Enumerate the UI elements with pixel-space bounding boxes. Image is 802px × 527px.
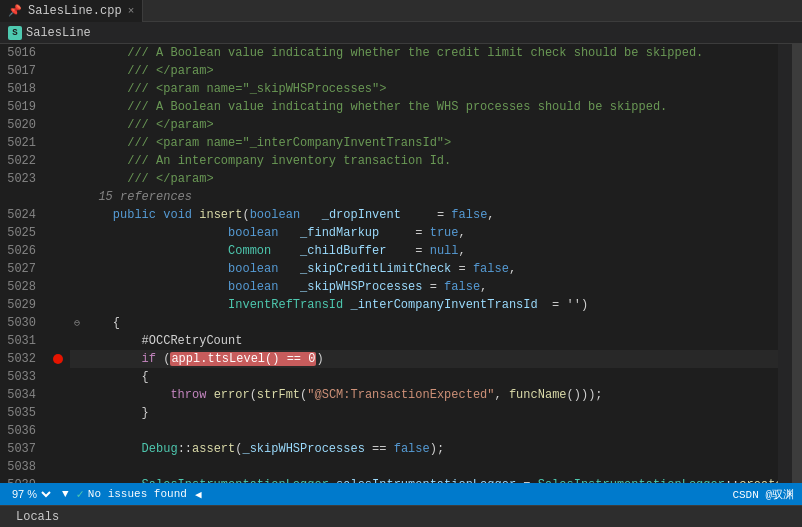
breakpoint-icon[interactable] xyxy=(53,354,63,364)
gutter-row xyxy=(50,440,66,458)
title-bar: 📌 SalesLine.cpp × xyxy=(0,0,802,22)
line-number: 5033 xyxy=(4,368,42,386)
class-icon: S xyxy=(8,26,22,40)
kw-token: false xyxy=(473,262,509,276)
plain-token xyxy=(300,208,322,222)
code-line: { xyxy=(70,368,778,386)
indent xyxy=(84,370,142,384)
line-number: 5018 xyxy=(4,80,42,98)
gutter-row xyxy=(50,350,66,368)
gutter-row xyxy=(50,332,66,350)
gutter-row xyxy=(50,44,66,62)
gutter-row xyxy=(50,134,66,152)
code-line: InventRefTransId _interCompanyInventTran… xyxy=(70,296,778,314)
status-check: ✓ No issues found xyxy=(77,487,187,502)
line-number: 5038 xyxy=(4,458,42,476)
csdn-text: CSDN @驭渊 xyxy=(732,487,794,502)
param-name-token: _skipCreditLimitCheck xyxy=(300,262,451,276)
code-tokens: #OCCRetryCount xyxy=(142,334,243,348)
kw-token: boolean xyxy=(228,226,278,240)
code-line: Common _childBuffer = null, xyxy=(70,242,778,260)
plain-token: == xyxy=(365,442,394,456)
indent xyxy=(84,262,228,276)
code-tokens: /// An intercompany inventory transactio… xyxy=(127,154,451,168)
code-tokens: if (appl.ttsLevel() == 0) xyxy=(142,352,324,366)
code-line: /// </param> xyxy=(70,62,778,80)
plain-token: = '') xyxy=(538,298,588,312)
plain-token: , xyxy=(459,244,466,258)
breadcrumb: SalesLine xyxy=(26,26,91,40)
code-line: ⊖ { xyxy=(70,314,778,332)
code-line: } xyxy=(70,404,778,422)
code-line: /// <param name="_interCompanyInventTran… xyxy=(70,134,778,152)
kw2-token: throw xyxy=(170,388,206,402)
plain-token: ) xyxy=(316,352,323,366)
param-name-token: _skipWHSProcesses xyxy=(300,280,422,294)
param-name-token: salesIntrumentationLogger xyxy=(336,478,516,483)
code-line xyxy=(70,422,778,440)
tab-close-icon[interactable]: × xyxy=(128,5,135,17)
gutter-row xyxy=(50,422,66,440)
ref-count-token: 15 references xyxy=(84,190,192,204)
collapse-arrow-icon[interactable]: ⊖ xyxy=(74,317,80,329)
code-line: /// An intercompany inventory transactio… xyxy=(70,152,778,170)
gutter-row xyxy=(50,260,66,278)
line-number xyxy=(4,188,42,206)
locals-tab[interactable]: Locals xyxy=(8,508,67,526)
code-tokens: } xyxy=(142,406,149,420)
comment-token: /// </param> xyxy=(127,172,213,186)
line-number: 5027 xyxy=(4,260,42,278)
line-number: 5025 xyxy=(4,224,42,242)
status-text: No issues found xyxy=(88,488,187,500)
plain-token xyxy=(278,226,300,240)
plain-token: , xyxy=(495,388,509,402)
indent xyxy=(84,46,127,60)
gutter-row xyxy=(50,62,66,80)
indent xyxy=(84,208,113,222)
scroll-left-icon[interactable]: ◀ xyxy=(195,488,202,501)
status-left: 97 % ▼ ✓ No issues found ◀ xyxy=(8,487,724,502)
code-tokens: InventRefTransId _interCompanyInventTran… xyxy=(228,298,588,312)
breadcrumb-bar: S SalesLine xyxy=(0,22,802,44)
plain-token: ( xyxy=(242,208,249,222)
line-number: 5036 xyxy=(4,422,42,440)
gutter-row xyxy=(50,224,66,242)
line-number: 5029 xyxy=(4,296,42,314)
zoom-select[interactable]: 97 % xyxy=(8,487,54,501)
code-line: SalesInstrumentationLogger salesIntrumen… xyxy=(70,476,778,483)
line-number: 5024 xyxy=(4,206,42,224)
indent xyxy=(84,136,127,150)
plain-token xyxy=(278,280,300,294)
kw-token: boolean xyxy=(228,280,278,294)
kw-token: false xyxy=(451,208,487,222)
method-token: insert xyxy=(199,208,242,222)
gutter-row xyxy=(50,98,66,116)
indent xyxy=(84,406,142,420)
code-tokens: Common _childBuffer = null, xyxy=(228,244,466,258)
plain-token: , xyxy=(487,208,494,222)
plain-token: { xyxy=(113,316,120,330)
plain-token: , xyxy=(459,226,466,240)
code-tokens: Debug::assert(_skipWHSProcesses == false… xyxy=(142,442,445,456)
plain-token: :: xyxy=(178,442,192,456)
indent xyxy=(84,118,127,132)
line-number: 5028 xyxy=(4,278,42,296)
plain-token xyxy=(278,262,300,276)
line-indicator: ⊖ xyxy=(70,317,84,329)
gutter-row xyxy=(50,314,66,332)
indent xyxy=(84,226,228,240)
code-tokens: boolean _skipWHSProcesses = false, xyxy=(228,280,487,294)
line-number: 5026 xyxy=(4,242,42,260)
code-content[interactable]: /// A Boolean value indicating whether t… xyxy=(66,44,778,483)
gutter-row xyxy=(50,296,66,314)
code-tokens: public void insert(boolean _dropInvent =… xyxy=(113,208,495,222)
plain-token: = xyxy=(422,280,444,294)
scrollbar[interactable] xyxy=(792,44,802,483)
code-line: public void insert(boolean _dropInvent =… xyxy=(70,206,778,224)
gutter-row xyxy=(50,152,66,170)
gutter-row xyxy=(50,368,66,386)
file-tab[interactable]: 📌 SalesLine.cpp × xyxy=(0,0,143,22)
indent xyxy=(84,280,228,294)
plain-token xyxy=(329,478,336,483)
type-token: InventRefTransId xyxy=(228,298,343,312)
